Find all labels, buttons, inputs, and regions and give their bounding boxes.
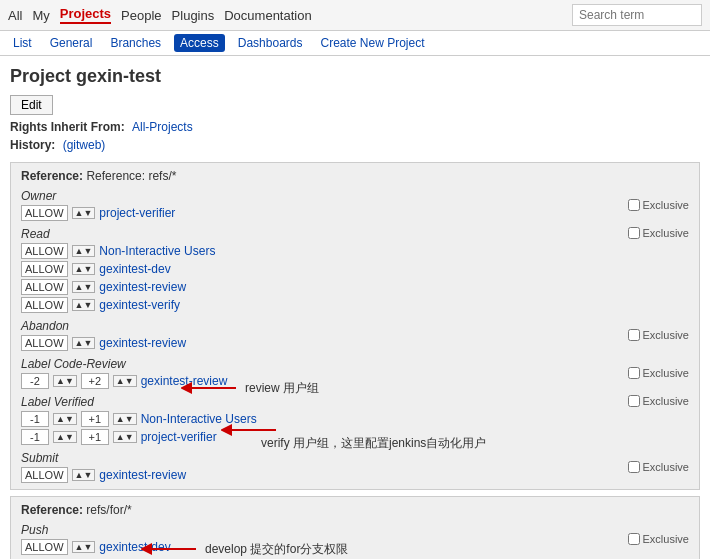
perm-link-read-3[interactable]: gexintest-review (99, 280, 186, 294)
num-box-lv-4: +1 (81, 429, 109, 445)
exclusive-read: Exclusive (628, 227, 689, 239)
allow-box-read-4: ALLOW (21, 297, 68, 313)
exclusive-checkbox-labelcr[interactable] (628, 367, 640, 379)
num-box-cr-2: +2 (81, 373, 109, 389)
top-nav: All My Projects People Plugins Documenta… (0, 0, 710, 31)
allow-box-abandon: ALLOW (21, 335, 68, 351)
subnav-list[interactable]: List (8, 34, 37, 52)
search-input[interactable] (572, 4, 702, 26)
arrow-btn-abandon[interactable]: ▲▼ (72, 337, 96, 349)
perm-link-lv-1[interactable]: Non-Interactive Users (141, 412, 257, 426)
exclusive-checkbox-lv[interactable] (628, 395, 640, 407)
perm-labelcr-label: Label Code-Review (21, 357, 227, 371)
exclusive-lv: Exclusive (628, 395, 689, 407)
perm-link-submit[interactable]: gexintest-review (99, 468, 186, 482)
exclusive-checkbox-push[interactable] (628, 533, 640, 545)
ref-section-1: Reference: Reference: refs/* Owner ALLOW… (10, 162, 700, 490)
subnav-create[interactable]: Create New Project (316, 34, 430, 52)
num-box-cr-1: -2 (21, 373, 49, 389)
nav-all[interactable]: All (8, 8, 22, 23)
arrow-btn-read-2[interactable]: ▲▼ (72, 263, 96, 275)
arrow-btn-lv-4[interactable]: ▲▼ (113, 431, 137, 443)
perm-push-label: Push (21, 523, 171, 537)
perm-link-read-1[interactable]: Non-Interactive Users (99, 244, 215, 258)
ref-section-2: Reference: refs/for/* Push ALLOW ▲▼ gexi… (10, 496, 700, 559)
arrow-btn-cr-1[interactable]: ▲▼ (53, 375, 77, 387)
exclusive-labelcr: Exclusive (628, 367, 689, 379)
ref1-header: Reference: Reference: refs/* (21, 169, 689, 183)
arrow-btn-read-4[interactable]: ▲▼ (72, 299, 96, 311)
subnav-access[interactable]: Access (174, 34, 225, 52)
nav-plugins[interactable]: Plugins (172, 8, 215, 23)
subnav-branches[interactable]: Branches (105, 34, 166, 52)
perm-read-label: Read (21, 227, 215, 241)
perm-link-labelcr[interactable]: gexintest-review (141, 374, 228, 388)
perm-link-lv-2[interactable]: project-verifier (141, 430, 217, 444)
arrow-btn-read-1[interactable]: ▲▼ (72, 245, 96, 257)
nav-my[interactable]: My (32, 8, 49, 23)
arrow-btn-push[interactable]: ▲▼ (72, 541, 96, 553)
allow-box-push: ALLOW (21, 539, 68, 555)
exclusive-push: Exclusive (628, 533, 689, 545)
arrow-btn-read-3[interactable]: ▲▼ (72, 281, 96, 293)
allow-box-read-3: ALLOW (21, 279, 68, 295)
num-box-lv-2: +1 (81, 411, 109, 427)
rights-inherit-link[interactable]: All-Projects (132, 120, 193, 134)
sub-nav: List General Branches Access Dashboards … (0, 31, 710, 56)
allow-box-owner: ALLOW (21, 205, 68, 221)
nav-projects[interactable]: Projects (60, 6, 111, 24)
page-title: Project gexin-test (0, 56, 710, 93)
exclusive-submit: Exclusive (628, 461, 689, 473)
exclusive-checkbox-owner[interactable] (628, 199, 640, 211)
perm-submit-label: Submit (21, 451, 186, 465)
perm-link-abandon[interactable]: gexintest-review (99, 336, 186, 350)
perm-lv-label: Label Verified (21, 395, 257, 409)
nav-people[interactable]: People (121, 8, 161, 23)
allow-box-read-1: ALLOW (21, 243, 68, 259)
ref2-header: Reference: refs/for/* (21, 503, 689, 517)
subnav-general[interactable]: General (45, 34, 98, 52)
num-box-lv-3: -1 (21, 429, 49, 445)
rights-inherit-label: Rights Inherit From: (10, 120, 125, 134)
exclusive-owner: Exclusive (628, 199, 689, 211)
arrow-btn-cr-2[interactable]: ▲▼ (113, 375, 137, 387)
arrow-btn-lv-3[interactable]: ▲▼ (53, 431, 77, 443)
arrow-btn-submit[interactable]: ▲▼ (72, 469, 96, 481)
history-link[interactable]: (gitweb) (63, 138, 106, 152)
perm-link-push[interactable]: gexintest-dev (99, 540, 170, 554)
arrow-btn-lv-2[interactable]: ▲▼ (113, 413, 137, 425)
perm-owner-label: Owner (21, 189, 175, 203)
exclusive-checkbox-abandon[interactable] (628, 329, 640, 341)
subnav-dashboards[interactable]: Dashboards (233, 34, 308, 52)
allow-box-submit: ALLOW (21, 467, 68, 483)
history-label: History: (10, 138, 55, 152)
edit-button[interactable]: Edit (10, 95, 53, 115)
perm-abandon-label: Abandon (21, 319, 186, 333)
perm-link-read-2[interactable]: gexintest-dev (99, 262, 170, 276)
exclusive-abandon: Exclusive (628, 329, 689, 341)
num-box-lv-1: -1 (21, 411, 49, 427)
arrow-btn-owner[interactable]: ▲▼ (72, 207, 96, 219)
allow-box-read-2: ALLOW (21, 261, 68, 277)
exclusive-checkbox-submit[interactable] (628, 461, 640, 473)
exclusive-checkbox-read[interactable] (628, 227, 640, 239)
arrow-btn-lv-1[interactable]: ▲▼ (53, 413, 77, 425)
perm-link-read-4[interactable]: gexintest-verify (99, 298, 180, 312)
perm-link-owner[interactable]: project-verifier (99, 206, 175, 220)
nav-documentation[interactable]: Documentation (224, 8, 311, 23)
